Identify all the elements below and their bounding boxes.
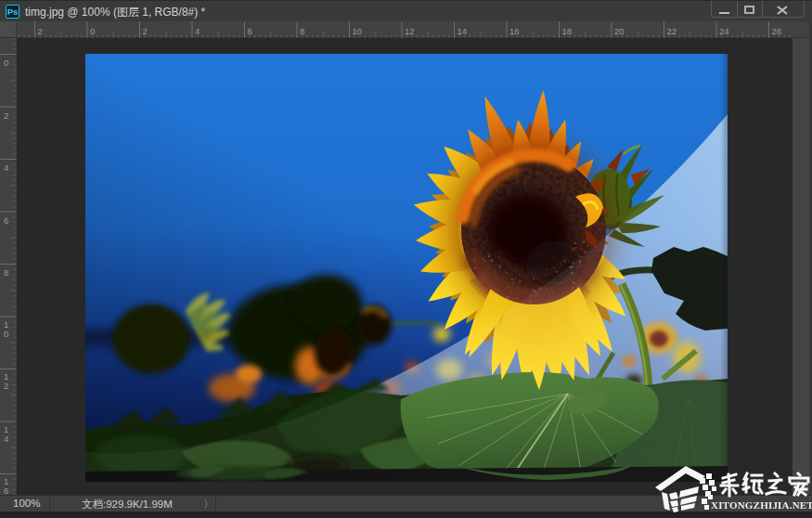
svg-text:XITONGZHIJIA.NET: XITONGZHIJIA.NET (711, 499, 812, 511)
svg-text:2: 2 (143, 26, 148, 36)
svg-text:6: 6 (4, 215, 8, 226)
svg-text:26: 26 (772, 26, 782, 36)
svg-text:2: 2 (4, 110, 8, 121)
svg-text:6: 6 (248, 26, 252, 36)
svg-text:8: 8 (4, 267, 8, 278)
svg-text:0: 0 (4, 58, 8, 68)
svg-text:4: 4 (195, 26, 200, 36)
svg-text:14: 14 (458, 26, 468, 36)
svg-text:16: 16 (509, 26, 520, 36)
svg-text:12: 12 (405, 26, 415, 36)
svg-text:24: 24 (719, 26, 729, 36)
svg-text:18: 18 (562, 26, 573, 36)
svg-text:10: 10 (353, 26, 363, 36)
svg-text:4: 4 (4, 434, 8, 444)
svg-text:0: 0 (4, 329, 8, 339)
svg-text:22: 22 (667, 26, 677, 36)
svg-text:8: 8 (300, 26, 304, 36)
svg-text:0: 0 (90, 26, 95, 36)
svg-text:2: 2 (4, 381, 8, 391)
svg-text:4: 4 (4, 162, 8, 173)
svg-text:2: 2 (38, 26, 43, 36)
svg-text:20: 20 (614, 26, 625, 36)
svg-text:6: 6 (4, 486, 8, 495)
